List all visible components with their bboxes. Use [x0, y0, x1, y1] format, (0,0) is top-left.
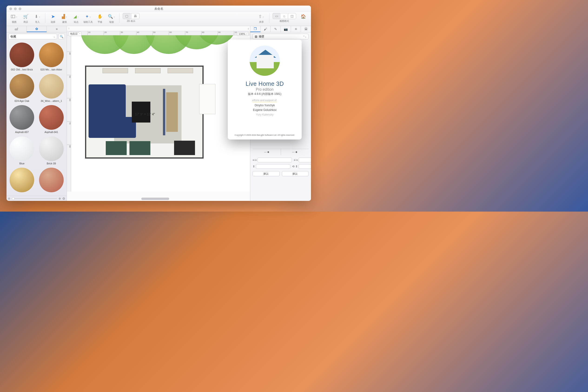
material-swatch	[39, 74, 64, 98]
minimize-dot[interactable]	[14, 8, 17, 10]
tab-camera[interactable]: 📷	[281, 26, 291, 32]
door-swing	[199, 84, 215, 114]
chevron-down-icon: ⌄	[77, 15, 79, 18]
viewmode-split-button[interactable]: ◫	[288, 13, 296, 19]
svg-rect-0	[11, 15, 15, 18]
sofa	[88, 84, 126, 138]
width-input-right[interactable]	[299, 158, 311, 162]
zoom-out-icon[interactable]: ⊖	[8, 197, 10, 200]
about-subtitle: Pro edition	[256, 88, 274, 92]
represent-label: 2D 表示	[127, 20, 135, 23]
app-logo-icon	[250, 46, 280, 76]
sidebar-layout-icon	[11, 14, 15, 19]
view-button[interactable]: ⌄	[10, 13, 18, 20]
tab-object-props[interactable]: ❒	[250, 26, 261, 32]
sun-icon: ☀	[294, 27, 297, 31]
wall-type-select[interactable]: ▤ 墙壁 ⌃⌄	[253, 34, 309, 39]
material-item[interactable]: Blue	[8, 136, 36, 166]
category-select[interactable]: 收藏 ⌄	[8, 34, 57, 39]
room-outline: 17' 9" × 12' 4"	[85, 66, 204, 158]
width-icon: ⟷	[253, 158, 257, 162]
zoom-in-icon[interactable]: ⊕	[58, 197, 61, 200]
viewmode-2d-button[interactable]: ▭	[273, 13, 281, 19]
zoom-select[interactable]: 138%	[237, 32, 249, 36]
tab-furniture[interactable]: 🛋	[6, 26, 27, 32]
tab-light[interactable]: ☀	[291, 26, 301, 32]
material-swatch	[9, 136, 34, 161]
pencil-icon: ✎	[274, 27, 277, 31]
search-button[interactable]: 🔍	[58, 34, 65, 39]
height-input-right[interactable]	[299, 164, 311, 169]
building-label: 建筑	[62, 20, 67, 24]
viewmode-3d-button[interactable]: ⌂	[281, 13, 287, 19]
material-item[interactable]: Asphalt-007	[8, 105, 36, 135]
cursor-icon: ➤	[51, 14, 55, 19]
bookshelf	[102, 68, 128, 73]
tools-button[interactable]: ✦⌄	[84, 13, 92, 20]
canvas-area: ⦀ i ft 10 20 30 40 50 60 70 80 90 10 40 …	[67, 26, 250, 201]
close-dot[interactable]	[9, 8, 12, 10]
tab-paint[interactable]: 🖌	[261, 26, 271, 32]
toolbar: ⌄ 视图 🛒 商店 ⬇⌄ 导入 ➤ 选择 ▟⌄ 建筑	[6, 12, 311, 26]
material-swatch	[39, 105, 64, 130]
mode-split-icon: ◫	[291, 14, 294, 18]
share-button[interactable]: ⇧⌄	[257, 13, 266, 20]
sidebar-tabs: 🛋 ✿ ≡	[6, 26, 67, 32]
default-button-right[interactable]: 默认	[282, 171, 309, 176]
zoom-slider[interactable]	[12, 198, 57, 199]
material-item[interactable]: Brick 09	[37, 136, 65, 166]
building-button[interactable]: ▟⌄	[60, 13, 69, 20]
default-button-left[interactable]: 默认	[253, 171, 280, 176]
width-input-left[interactable]	[257, 158, 292, 162]
zoom-button[interactable]: 🔍⌄	[107, 13, 116, 20]
material-item[interactable]: Asphalt-041	[37, 105, 65, 135]
dash-icon: — ◆	[292, 150, 297, 156]
height-input-left[interactable]	[256, 164, 290, 169]
cart-icon: 🛒	[23, 14, 28, 19]
chevron-down-icon: ⌄	[65, 15, 67, 18]
chevron-down-icon: ⌄	[262, 15, 264, 18]
tab-edit[interactable]: ✎	[271, 26, 281, 32]
material-item[interactable]	[8, 168, 36, 194]
about-copyright: Copyright © 2005-2024 BeLight Software L…	[235, 134, 295, 138]
list-icon: ≡	[56, 27, 58, 31]
credit-name: Yury Kalensky	[256, 113, 274, 116]
import-button[interactable]: ⬇⌄	[33, 13, 42, 20]
height-icon: ⇕	[295, 165, 298, 168]
credits-heading: efforts and support of:	[252, 99, 277, 102]
chevron-down-icon: ⌄	[113, 15, 115, 18]
tab-list[interactable]: ≡	[47, 26, 67, 32]
material-item[interactable]	[37, 168, 65, 194]
maximize-dot[interactable]	[18, 8, 21, 10]
sidebar-left: 🛋 ✿ ≡ 收藏 ⌄ 🔍 002 Old…ked Brick 020 Mo…ta…	[6, 26, 67, 201]
2d-print-button[interactable]: 🖶	[131, 13, 139, 19]
pan-button[interactable]: ✋	[95, 13, 104, 20]
material-item[interactable]: 024 Age Oak	[8, 74, 36, 104]
material-item[interactable]: 34_Woo…attern_1	[37, 74, 65, 104]
handle-icon[interactable]: ⦀	[68, 27, 69, 30]
credit-name: Eugene Golushkov	[253, 108, 276, 112]
tab-materials[interactable]: ✿	[27, 26, 47, 32]
plan-icon: ▢	[125, 14, 128, 18]
drawing-canvas[interactable]: 17' 9" × 12' 4"	[71, 35, 250, 192]
site-label: 站点	[74, 20, 78, 24]
floor-select[interactable]: 地面层	[68, 32, 81, 36]
material-swatch	[9, 168, 34, 192]
h-scrollbar[interactable]	[141, 198, 169, 200]
titlebar: 未命名	[6, 6, 311, 12]
terrain-icon: ◢	[73, 14, 77, 19]
separator	[45, 13, 45, 23]
dash-icon: — ◆	[264, 150, 269, 156]
2d-plan-button[interactable]: ▢	[123, 13, 131, 19]
store-label: 商店	[23, 20, 28, 24]
store-button[interactable]: 🛒	[21, 13, 30, 20]
info-icon[interactable]: i	[248, 27, 249, 30]
tab-building-props[interactable]: 🏛	[301, 26, 311, 32]
gear-icon[interactable]: ⚙	[62, 197, 65, 200]
select-button[interactable]: ➤	[48, 13, 57, 20]
material-item[interactable]: 002 Old…ked Brick	[8, 42, 36, 72]
site-button[interactable]: ◢⌄	[72, 13, 81, 20]
material-item[interactable]: 020 Mo…tain Alder	[37, 42, 65, 72]
house-button[interactable]: 🏠	[299, 13, 308, 20]
bookshelf	[135, 68, 161, 73]
